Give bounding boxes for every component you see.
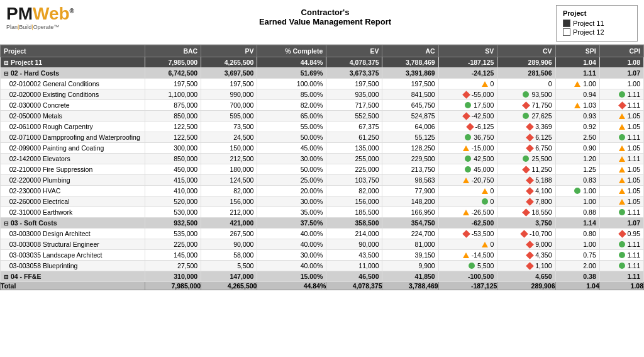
row-cv: 0 <box>497 79 555 89</box>
red-diamond-icon <box>523 101 531 110</box>
row-bac: 932,500 <box>145 218 201 229</box>
green-circle-icon <box>465 166 471 173</box>
green-circle-icon <box>619 209 625 215</box>
red-diamond-icon <box>462 112 470 120</box>
table-row: 02-142000 Elevators 850,000 212,500 30.0… <box>1 154 644 164</box>
row-cv: 71,750 <box>497 100 555 111</box>
legend-swatch-project11 <box>563 20 570 27</box>
green-circle-icon <box>574 188 580 194</box>
row-pct: 35.00% <box>257 207 326 218</box>
row-label: 02-020000 Existing Conditions <box>1 89 145 100</box>
row-sv: -62,500 <box>438 218 497 229</box>
expand-icon[interactable]: ⊟ <box>4 220 9 227</box>
legend-box: Project Project 11 Project 12 <box>556 5 638 42</box>
row-spi: 0.94 <box>555 89 599 100</box>
logo-pm: PM <box>6 4 33 23</box>
row-label: 03-003000 Design Architect <box>1 229 145 239</box>
row-cpi: 1.11 <box>599 239 643 250</box>
row-cpi: 1.05 <box>599 164 643 175</box>
row-bac: 850,000 <box>145 111 201 122</box>
row-spi: 0.88 <box>555 207 599 218</box>
group-row: ⊟04 - FF&E 310,000 147,000 15.00% 46,500… <box>1 271 644 282</box>
col-spi: SPI <box>555 45 599 57</box>
legend-label-project12: Project 12 <box>573 28 604 36</box>
row-cv: 281,506 <box>497 68 555 79</box>
row-pct: 30.00% <box>257 196 326 207</box>
row-cpi: 1.11 <box>599 154 643 164</box>
row-pct: 40.00% <box>257 239 326 250</box>
row-cpi: 1.11 <box>599 100 643 111</box>
expand-icon[interactable]: ⊟ <box>4 60 9 66</box>
row-cpi: 1.05 <box>599 175 643 186</box>
legend-item-project12: Project 12 <box>563 28 631 36</box>
col-bac: BAC <box>145 45 201 57</box>
row-label-text: 02-142000 Elevators <box>9 155 70 162</box>
row-cv: 18,550 <box>497 207 555 218</box>
row-ac: 841,500 <box>382 89 438 100</box>
orange-triangle-icon <box>463 178 469 183</box>
row-label: 02-142000 Elevators <box>1 154 145 164</box>
row-ac: 645,750 <box>382 100 438 111</box>
title-line2: Earned Value Management Report <box>94 17 556 26</box>
expand-icon[interactable]: ⊟ <box>4 71 9 77</box>
row-spi: 0.75 <box>555 250 599 261</box>
orange-triangle-icon <box>463 252 469 258</box>
row-sv: -187,125 <box>438 57 497 68</box>
row-pct: 25.00% <box>257 175 326 186</box>
row-pct: 55.00% <box>257 122 326 132</box>
row-ev: 185,500 <box>326 207 382 218</box>
row-spi: 1.00 <box>555 186 599 196</box>
row-ac: 3,391,869 <box>382 68 438 79</box>
row-cv: 4,350 <box>497 250 555 261</box>
legend-title: Project <box>563 9 631 17</box>
total-ac: 3,788,469 <box>382 282 438 290</box>
table-row: 02-020000 Existing Conditions 1,100,000 … <box>1 89 644 100</box>
row-ev: 11,000 <box>326 261 382 271</box>
legend-item-project11: Project 11 <box>563 20 631 27</box>
green-circle-icon <box>465 102 471 108</box>
row-pv: 82,000 <box>201 186 257 196</box>
row-pct: 40.00% <box>257 229 326 239</box>
green-circle-icon <box>523 91 529 98</box>
row-cv: 1,100 <box>497 261 555 271</box>
row-label-text: 02 - Hard Costs <box>11 69 59 77</box>
row-spi: 0.93 <box>555 111 599 122</box>
row-cv: 5,188 <box>497 175 555 186</box>
row-spi: 0.80 <box>555 229 599 239</box>
row-label: 02-310000 Earthwork <box>1 207 145 218</box>
green-circle-icon <box>619 241 625 247</box>
table-container[interactable]: Project BAC PV % Complete EV AC SV CV SP… <box>0 45 644 345</box>
green-circle-icon <box>619 252 625 258</box>
row-pct: 45.00% <box>257 143 326 154</box>
row-label-text: 02-210000 Fire Suppression <box>9 166 93 173</box>
row-ev: 255,000 <box>326 154 382 164</box>
green-circle-icon <box>465 134 471 140</box>
row-cv: 4,100 <box>497 186 555 196</box>
orange-triangle-icon <box>619 124 625 130</box>
row-sv: 45,000 <box>438 164 497 175</box>
row-ev: 82,000 <box>326 186 382 196</box>
row-cv: 27,625 <box>497 111 555 122</box>
expand-icon[interactable]: ⊟ <box>4 274 9 280</box>
red-diamond-icon <box>618 101 626 110</box>
row-cpi: 0.95 <box>599 229 643 239</box>
row-pv: 212,500 <box>201 154 257 164</box>
red-diamond-icon <box>523 208 531 217</box>
col-sv: SV <box>438 45 497 57</box>
row-cpi: 1.00 <box>599 79 643 89</box>
row-ev: 214,000 <box>326 229 382 239</box>
row-bac: 530,000 <box>145 207 201 218</box>
row-ac: 224,700 <box>382 229 438 239</box>
row-sv: 42,500 <box>438 154 497 164</box>
green-circle-icon <box>523 113 529 119</box>
row-cpi: 1.11 <box>599 89 643 100</box>
row-ac: 9,900 <box>382 261 438 271</box>
row-cv: 93,500 <box>497 89 555 100</box>
row-ac: 55,125 <box>382 132 438 143</box>
row-label: ⊟04 - FF&E <box>1 271 145 282</box>
row-ev: 156,000 <box>326 196 382 207</box>
row-ev: 935,000 <box>326 89 382 100</box>
row-bac: 122,500 <box>145 132 201 143</box>
row-pv: 150,000 <box>201 143 257 154</box>
row-sv: -24,125 <box>438 68 497 79</box>
